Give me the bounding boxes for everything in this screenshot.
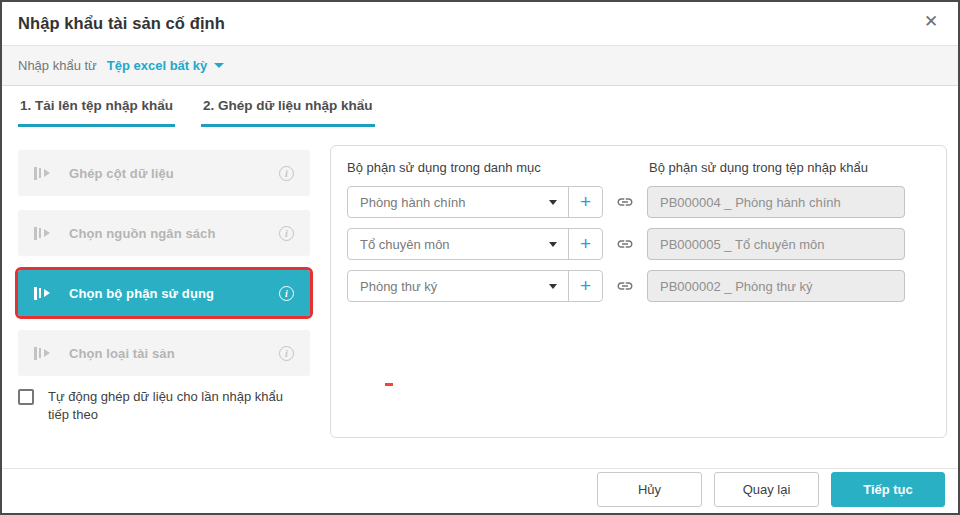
sidebar-item-label: Ghép cột dữ liệu <box>69 166 174 181</box>
sidebar-item-label: Chọn loại tài sản <box>69 346 175 361</box>
catalog-column-header: Bộ phận sử dụng trong danh mục <box>347 160 649 175</box>
step-forward-icon <box>34 167 52 180</box>
sidebar-item-using-department[interactable]: Chọn bộ phận sử dụng i <box>18 270 310 316</box>
link-icon <box>616 193 634 211</box>
file-department-field: PB000004 _ Phòng hành chính <box>647 186 905 218</box>
tab-map-data[interactable]: 2. Ghép dữ liệu nhập khẩu <box>201 86 375 127</box>
department-mapping-panel: Bộ phận sử dụng trong danh mục Bộ phận s… <box>330 145 947 438</box>
auto-map-checkbox[interactable] <box>18 389 34 405</box>
mapping-row: Tổ chuyên môn + PB000005 _ Tổ chuyên môn <box>347 228 930 260</box>
step-forward-icon <box>34 287 52 300</box>
file-column-header: Bộ phận sử dụng trong tệp nhập khẩu <box>649 160 868 175</box>
file-department-field: PB000002 _ Phòng thư ký <box>647 270 905 302</box>
dialog-header: Nhập khẩu tài sản cố định ✕ <box>2 2 958 45</box>
import-from-label: Nhập khẩu từ <box>18 58 97 73</box>
step-tabs: 1. Tải lên tệp nhập khẩu 2. Ghép dữ liệu… <box>18 86 375 127</box>
select-value: Phòng thư ký <box>348 279 549 294</box>
mapping-steps-sidebar: Ghép cột dữ liệu i Chọn nguồn ngân sách … <box>18 150 310 390</box>
import-dialog: Nhập khẩu tài sản cố định ✕ Nhập khẩu từ… <box>0 0 960 515</box>
step-forward-icon <box>34 227 52 240</box>
link-icon <box>616 235 634 253</box>
close-icon[interactable]: ✕ <box>920 11 942 33</box>
step-forward-icon <box>34 347 52 360</box>
add-department-button[interactable]: + <box>569 229 602 259</box>
continue-button[interactable]: Tiếp tục <box>831 472 945 507</box>
footer-buttons: Hủy Quay lại Tiếp tục <box>597 472 945 507</box>
dialog-title: Nhập khẩu tài sản cố định <box>18 14 225 33</box>
sidebar-item-asset-type[interactable]: Chọn loại tài sản i <box>18 330 310 376</box>
info-icon[interactable]: i <box>279 226 294 241</box>
link-icon <box>616 277 634 295</box>
back-button[interactable]: Quay lại <box>714 472 819 507</box>
footer-divider <box>2 468 958 469</box>
auto-map-label: Tự động ghép dữ liệu cho lần nhập khẩu t… <box>48 388 304 424</box>
red-dash-annotation <box>385 383 393 386</box>
sidebar-item-budget-source[interactable]: Chọn nguồn ngân sách i <box>18 210 310 256</box>
import-source-dropdown[interactable]: Tệp excel bất kỳ <box>107 58 224 73</box>
cancel-button[interactable]: Hủy <box>597 472 702 507</box>
department-select[interactable]: Phòng hành chính + <box>347 186 603 218</box>
sidebar-item-label: Chọn nguồn ngân sách <box>69 226 215 241</box>
info-icon[interactable]: i <box>279 346 294 361</box>
select-value: Phòng hành chính <box>348 195 549 210</box>
add-department-button[interactable]: + <box>569 187 602 217</box>
auto-map-row: Tự động ghép dữ liệu cho lần nhập khẩu t… <box>18 388 304 424</box>
tab-upload-file[interactable]: 1. Tải lên tệp nhập khẩu <box>18 86 175 127</box>
sidebar-item-label: Chọn bộ phận sử dụng <box>69 286 214 301</box>
department-select[interactable]: Phòng thư ký + <box>347 270 603 302</box>
sidebar-item-map-columns[interactable]: Ghép cột dữ liệu i <box>18 150 310 196</box>
mapping-row: Phòng hành chính + PB000004 _ Phòng hành… <box>347 186 930 218</box>
chevron-down-icon <box>549 284 557 289</box>
select-value: Tổ chuyên môn <box>348 237 549 252</box>
mapping-headers: Bộ phận sử dụng trong danh mục Bộ phận s… <box>347 160 930 175</box>
import-source-bar: Nhập khẩu từ Tệp excel bất kỳ <box>2 45 958 86</box>
chevron-down-icon <box>549 200 557 205</box>
file-department-field: PB000005 _ Tổ chuyên môn <box>647 228 905 260</box>
chevron-down-icon <box>549 242 557 247</box>
department-select[interactable]: Tổ chuyên môn + <box>347 228 603 260</box>
chevron-down-icon <box>214 63 224 68</box>
add-department-button[interactable]: + <box>569 271 602 301</box>
import-source-value: Tệp excel bất kỳ <box>107 58 207 73</box>
mapping-row: Phòng thư ký + PB000002 _ Phòng thư ký <box>347 270 930 302</box>
info-icon[interactable]: i <box>279 166 294 181</box>
info-icon[interactable]: i <box>279 286 294 301</box>
